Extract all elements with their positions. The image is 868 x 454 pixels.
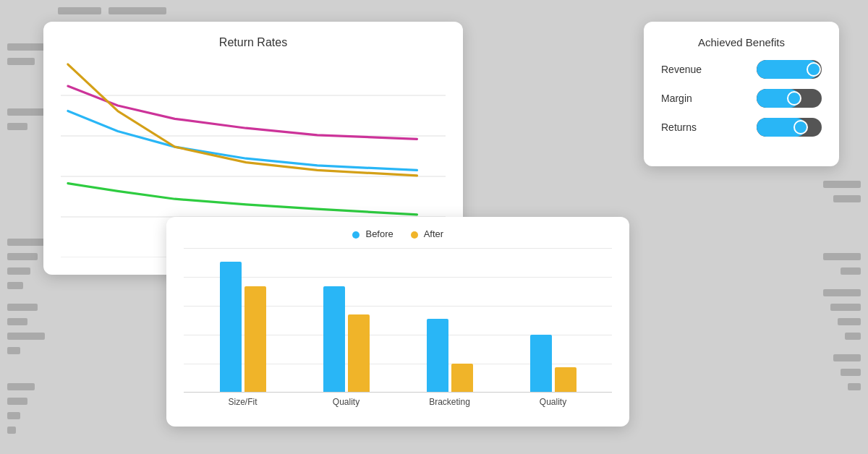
benefit-row-2: Returns bbox=[661, 118, 822, 137]
bar-group-label-3: Quality bbox=[501, 397, 605, 407]
achieved-benefits-card: Achieved Benefits RevenueMarginReturns bbox=[644, 22, 839, 166]
toggle-track-2[interactable] bbox=[757, 118, 822, 137]
benefit-label-0: Revenue bbox=[661, 64, 719, 75]
before-dot bbox=[352, 231, 359, 239]
return-rates-title: Return Rates bbox=[61, 36, 446, 49]
bar-group-label-0: Size/Fit bbox=[191, 397, 294, 407]
benefit-row-1: Margin bbox=[661, 89, 822, 108]
bar-chart-card: Before After Size/FitQualityBracketingQu… bbox=[166, 217, 629, 427]
benefit-label-2: Returns bbox=[661, 121, 719, 133]
achieved-benefits-title: Achieved Benefits bbox=[661, 36, 822, 48]
toggle-track-1[interactable] bbox=[757, 89, 822, 108]
benefit-label-1: Margin bbox=[661, 93, 719, 104]
legend-after-label: After bbox=[424, 228, 443, 239]
bar-group-label-2: Bracketing bbox=[398, 397, 501, 407]
bar-before-3 bbox=[530, 335, 552, 392]
bar-before-1 bbox=[323, 286, 345, 392]
legend-after: After bbox=[411, 228, 443, 239]
bar-after-3 bbox=[555, 367, 576, 392]
bar-group-1 bbox=[294, 286, 398, 392]
bar-before-0 bbox=[220, 262, 242, 392]
after-dot bbox=[411, 231, 418, 239]
toggle-track-0[interactable] bbox=[757, 60, 822, 79]
bar-after-1 bbox=[348, 314, 370, 392]
legend-before-label: Before bbox=[365, 228, 393, 239]
legend-before: Before bbox=[352, 228, 393, 239]
bar-before-2 bbox=[427, 319, 448, 392]
bar-labels: Size/FitQualityBracketingQuality bbox=[184, 393, 612, 407]
toggle-thumb-2 bbox=[793, 120, 808, 134]
bar-chart-area bbox=[184, 248, 612, 393]
bar-group-label-1: Quality bbox=[294, 397, 398, 407]
bar-group-0 bbox=[191, 262, 294, 392]
benefits-list: RevenueMarginReturns bbox=[661, 60, 822, 137]
bar-after-0 bbox=[244, 286, 266, 392]
toggle-thumb-0 bbox=[807, 62, 821, 77]
benefit-row-0: Revenue bbox=[661, 60, 822, 79]
bar-chart-legend: Before After bbox=[184, 228, 612, 239]
bar-group-2 bbox=[398, 319, 501, 392]
bar-group-3 bbox=[501, 335, 605, 392]
toggle-thumb-1 bbox=[787, 91, 801, 106]
bar-after-2 bbox=[451, 364, 473, 392]
